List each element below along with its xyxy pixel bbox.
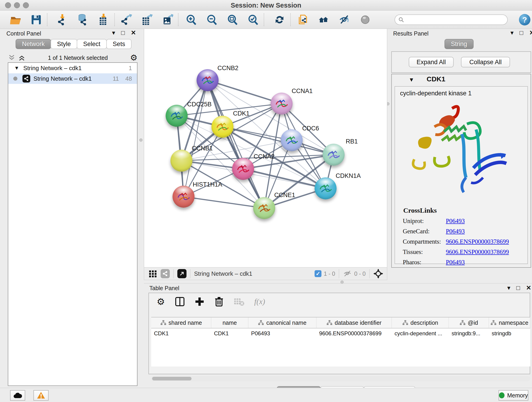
left-splitter-handle[interactable] <box>139 138 143 142</box>
create-column-plus-icon[interactable] <box>195 297 204 307</box>
entry-body: cyclin-dependent kinase 1 CrossLinks Uni… <box>394 86 528 264</box>
network-node-cdkn1a[interactable] <box>315 177 336 199</box>
tab-string[interactable]: String <box>444 39 474 49</box>
delete-column-trash-icon[interactable] <box>215 296 224 307</box>
network-node-ccna2[interactable] <box>232 158 254 180</box>
crosslink-value-link[interactable]: P06493 <box>446 217 465 225</box>
panel-menu-icon[interactable]: ▾ <box>510 30 514 36</box>
crosslink-value-link[interactable]: P06493 <box>446 259 465 266</box>
edge-ccnb2-ccne1[interactable] <box>208 80 264 208</box>
panel-close-icon[interactable]: ✕ <box>529 30 532 36</box>
open-session-icon[interactable] <box>8 12 23 27</box>
crosslink-row: Tissues: 9606.ENSP00000378699 <box>403 249 527 255</box>
result-entry-cdk1: ▼ CDK1 cyclin-dependent kinase 1 CrossLi… <box>391 74 531 268</box>
entry-collapse-icon[interactable]: ▼ <box>409 77 414 83</box>
zoom-fit-icon[interactable] <box>225 12 240 27</box>
collapse-all-button[interactable]: Collapse All <box>461 57 510 67</box>
show-all-icon[interactable] <box>358 12 373 27</box>
edge-ccnb2-hist1h1a[interactable] <box>184 80 208 197</box>
expand-all-icon[interactable] <box>18 54 26 61</box>
node-label-cdkn1a: CDKN1A <box>336 172 361 179</box>
network-share-icon[interactable] <box>161 269 170 278</box>
table-cell[interactable]: CDK1 <box>151 328 211 338</box>
clone-network-icon[interactable] <box>296 12 311 27</box>
panel-close-icon[interactable]: ✕ <box>131 30 136 36</box>
save-session-icon[interactable] <box>29 12 44 27</box>
birdseye-grid-icon[interactable] <box>148 269 157 278</box>
node-label-ccnb2: CCNB2 <box>217 65 239 72</box>
export-table-icon[interactable] <box>139 12 154 27</box>
edge-hist1h1a-ccne1[interactable] <box>184 197 264 208</box>
panel-menu-icon[interactable]: ▾ <box>507 285 510 291</box>
hide-selected-icon[interactable] <box>337 12 352 27</box>
search-input[interactable] <box>404 17 500 23</box>
import-table-file-icon[interactable] <box>96 12 111 27</box>
scrollbar-thumb[interactable] <box>152 377 191 380</box>
zoom-selected-icon[interactable] <box>245 12 260 27</box>
tab-network[interactable]: Network <box>16 39 51 49</box>
network-node-cdc6[interactable] <box>281 129 303 151</box>
edge-ccna2-cdkn1a[interactable] <box>243 169 326 188</box>
selected-checkbox-icon[interactable]: ✓ <box>315 270 322 277</box>
network-node-cdk1[interactable] <box>211 116 234 138</box>
help-button[interactable]: ? <box>519 14 530 26</box>
node-label-ccna2: CCNA2 <box>254 153 275 160</box>
memory-button[interactable]: Memory <box>499 390 528 401</box>
export-image-icon[interactable] <box>160 12 175 27</box>
column-header-namespace[interactable]: namespace <box>489 317 530 328</box>
export-network-icon[interactable] <box>119 12 133 27</box>
apply-layout-icon[interactable] <box>272 12 287 27</box>
tab-sets[interactable]: Sets <box>106 39 132 49</box>
network-node-cdc25b[interactable] <box>166 105 188 127</box>
network-row[interactable]: String Network – cdk1 11 48 <box>8 73 137 84</box>
column-header--id[interactable]: @id <box>449 317 489 328</box>
network-node-ccnb1[interactable] <box>171 150 192 172</box>
table-cell[interactable]: CDK1 <box>211 328 248 338</box>
column-header-name[interactable]: name <box>211 317 248 328</box>
panel-float-icon[interactable]: □ <box>121 30 125 36</box>
network-node-ccna1[interactable] <box>271 93 293 115</box>
table-cell[interactable]: 9606.ENSP00000378699 <box>317 328 392 338</box>
network-node-rb1[interactable] <box>323 144 345 166</box>
table-cell[interactable]: stringdb <box>489 328 530 338</box>
panel-menu-icon[interactable]: ▾ <box>112 30 115 36</box>
network-options-gear-icon[interactable]: ⚙ <box>130 54 138 62</box>
panel-close-icon[interactable]: ✕ <box>526 285 531 291</box>
table-cell[interactable]: cyclin-dependent ... <box>392 328 449 338</box>
tree-expand-icon[interactable]: ▼ <box>14 65 19 71</box>
table-cell[interactable]: stringdb:9... <box>449 328 489 338</box>
cloud-button[interactable] <box>10 390 25 401</box>
table-cell[interactable]: P06493 <box>248 328 317 338</box>
panel-float-icon[interactable]: □ <box>520 30 523 36</box>
import-network-file-icon[interactable] <box>55 12 70 27</box>
search-box[interactable] <box>394 14 508 25</box>
panel-float-icon[interactable]: □ <box>516 285 520 291</box>
tab-select[interactable]: Select <box>77 39 107 49</box>
network-node-ccnb2[interactable] <box>196 69 219 91</box>
open-in-window-icon[interactable] <box>177 269 186 278</box>
fit-content-crosshair-icon[interactable] <box>373 269 383 279</box>
first-neighbors-icon[interactable] <box>317 12 331 27</box>
crosslink-value-link[interactable]: 9606.ENSP00000378699 <box>446 238 509 245</box>
crosslink-value-link[interactable]: 9606.ENSP00000378699 <box>446 249 509 255</box>
crosslink-row: Uniprot: P06493 <box>403 217 527 225</box>
warnings-button[interactable] <box>33 390 49 401</box>
zoom-in-icon[interactable] <box>184 12 199 27</box>
collapse-all-icon[interactable] <box>8 54 16 61</box>
crosslink-value-link[interactable]: P06493 <box>446 228 465 235</box>
network-node-hist1h1a[interactable] <box>172 186 195 208</box>
network-view-canvas[interactable]: CCNB2 CCNA1 CDC25B CDK1 CDC6 RB1CCNB1 CC… <box>144 29 387 267</box>
network-collection-row[interactable]: ▼ String Network – cdk1 1 <box>8 63 137 73</box>
zoom-out-icon[interactable] <box>204 12 219 27</box>
table-options-gear-icon[interactable]: ⚙ <box>157 297 165 306</box>
column-header-canonical-name[interactable]: canonical name <box>248 317 317 328</box>
tab-style[interactable]: Style <box>51 39 77 49</box>
network-node-ccne1[interactable] <box>253 197 275 219</box>
column-header-shared-name[interactable]: shared name <box>151 317 211 328</box>
column-header-description[interactable]: description <box>392 317 449 328</box>
import-network-database-icon[interactable] <box>75 12 90 27</box>
horizontal-scrollbar[interactable] <box>151 376 530 381</box>
column-header-database-identifier[interactable]: database identifier <box>317 317 392 328</box>
expand-all-button[interactable]: Expand All <box>409 57 454 67</box>
show-columns-icon[interactable] <box>175 297 185 307</box>
